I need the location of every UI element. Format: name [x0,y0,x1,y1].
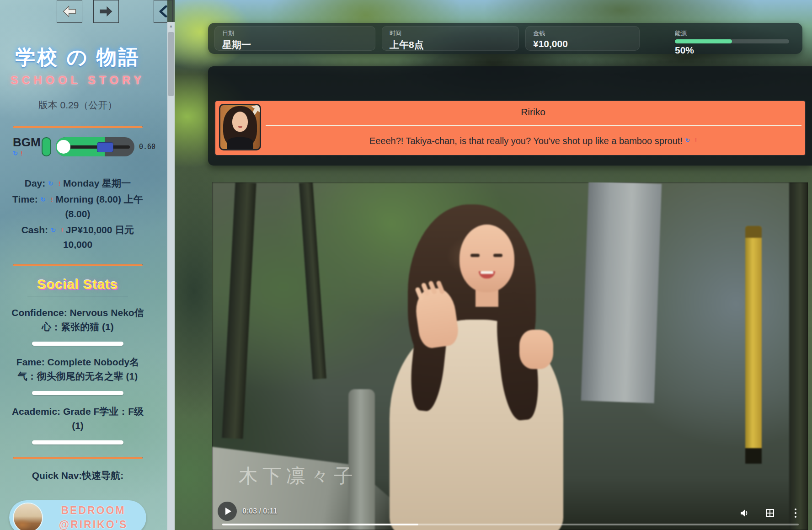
volume-icon [739,508,750,519]
woman-face [459,225,514,292]
bedroom-thumbnail [13,503,43,530]
dialogue-text: Eeeeh?! Takiya-chan, is that really you?… [266,136,801,146]
money-card: 金钱 ¥10,000 [525,26,640,51]
game-subtitle: SCHOOL STORY [0,74,155,87]
play-icon [225,508,231,515]
day-stat: Day: ↻ ! Monday 星期一 [9,176,146,191]
scrollbar-up-arrow[interactable]: ▲ [167,24,175,28]
chevron-left-icon [158,5,168,17]
version-label: 版本 0.29（公开） [0,99,155,112]
confidence-stat: Confidence: Nervous Neko信心：紧张的猫 (1) [0,305,155,334]
speaker-portrait [219,104,261,150]
fame-stat: Fame: Complete Nobody名气：彻头彻尾的无名之辈 (1) [0,355,155,384]
cash-value: JP¥10,000 日元10,000 [63,225,134,250]
cash-label: Cash: [21,225,48,235]
money-label: 金钱 [533,29,632,37]
time-stat: Time: ↻ ! Morning (8.00) 上午 (8.00) [9,192,146,222]
fullscreen-button[interactable] [764,507,776,519]
energy-bar [675,39,789,43]
status-bar: 日期 星期一 时间 上午8点 金钱 ¥10,000 能源 50% [208,23,802,54]
refresh-icon[interactable]: ↻ [13,150,18,157]
divider [13,457,143,459]
alert-icon: ! [51,196,53,203]
divider [27,296,128,296]
dialogue-divider [266,125,801,126]
bgm-slider-thumb[interactable] [97,142,113,152]
sidebar-collapse-button[interactable] [154,0,173,23]
dialogue-box[interactable]: Ririko Eeeeh?! Takiya-chan, is that real… [214,100,806,156]
energy-label: 能源 [675,29,788,37]
date-card: 日期 星期一 [214,26,375,51]
sidebar-scrollbar[interactable]: ▲ [167,22,175,530]
concrete-pillar [581,182,662,403]
raised-fist [519,330,553,369]
forward-arrow-icon [98,4,114,19]
video-time: 0:03 / 0:11 [242,507,278,515]
confidence-progress-bar [32,342,123,346]
social-stats-heading: Social Stats [0,277,155,292]
sidebar: 学校 の 物語 SCHOOL STORY 版本 0.29（公开） BGM ↻! … [0,0,167,530]
volume-button[interactable] [738,507,750,519]
day-label: Day: [25,178,46,188]
overflow-menu-button[interactable] [790,507,801,519]
dialogue-text-content: Eeeeh?! Takiya-chan, is that really you?… [369,136,683,146]
day-value: Monday 星期一 [63,178,131,188]
bgm-value: 0.60 [139,143,155,151]
cash-stat: Cash: ↻ ! JP¥10,000 日元10,000 [9,223,146,252]
bgm-toggle[interactable] [42,137,51,156]
time-value: 上午8点 [390,38,511,51]
speaker-name: Ririko [266,107,801,118]
video-timeline-played [222,524,418,525]
refresh-icon[interactable]: ↻ [48,180,53,187]
main-area: 日期 星期一 时间 上午8点 金钱 ¥10,000 能源 50% Ririko [175,0,812,530]
video-player[interactable]: 木下凛々子 0:03 / 0:11 [212,182,808,530]
forward-button[interactable] [93,0,119,23]
back-arrow-icon [62,4,77,19]
three-dots-icon [795,509,796,518]
bedroom-button-label: BEDROOM @RIRIKO'S [43,503,146,530]
money-value: ¥10,000 [533,38,632,49]
alert-icon: ! [695,137,697,144]
bgm-controls: BGM ↻! 0.60 [0,136,155,157]
day-time-cash: Day: ↻ ! Monday 星期一 Time: ↻ ! Morning (8… [0,176,155,252]
refresh-icon[interactable]: ↻ [685,137,689,144]
time-label: Time: [12,194,38,204]
academic-stat: Academic: Grade F学业：F级 (1) [0,404,155,433]
scrollbar-thumb[interactable] [168,32,174,96]
alert-icon: ! [21,150,22,157]
video-controls: 0:03 / 0:11 [212,500,808,530]
time-card: 时间 上午8点 [382,26,519,51]
fullscreen-icon [766,509,774,517]
bgm-volume-slider[interactable] [56,137,134,156]
time-value: Morning (8.00) 上午 (8.00) [56,194,143,219]
energy-bar-fill [675,39,732,43]
fame-progress-bar [32,391,123,395]
divider [13,264,143,266]
academic-progress-bar [32,440,123,444]
video-watermark: 木下凛々子 [239,463,358,489]
quick-nav-label: Quick Nav:快速导航: [0,469,155,482]
video-timeline[interactable] [222,524,799,525]
energy-card: 能源 50% [667,26,796,51]
play-button[interactable] [218,502,237,521]
game-title: 学校 の 物語 [0,44,155,71]
quick-nav-bedroom-button[interactable]: BEDROOM @RIRIKO'S [9,500,146,530]
date-label: 日期 [222,29,368,37]
bgm-slider-track [60,145,130,149]
alert-icon: ! [61,227,63,234]
divider [13,126,143,128]
back-button[interactable] [57,0,82,23]
energy-value: 50% [675,45,788,56]
date-value: 星期一 [222,38,368,51]
alert-icon: ! [59,180,60,187]
dialogue-panel[interactable]: Ririko Eeeeh?! Takiya-chan, is that real… [208,66,812,166]
refresh-icon[interactable]: ↻ [41,196,46,203]
yellow-pole [745,226,762,464]
time-label: 时间 [390,29,511,37]
bgm-label: BGM [13,136,41,148]
bgm-slider-knob[interactable] [57,140,70,154]
refresh-icon[interactable]: ↻ [51,227,56,234]
